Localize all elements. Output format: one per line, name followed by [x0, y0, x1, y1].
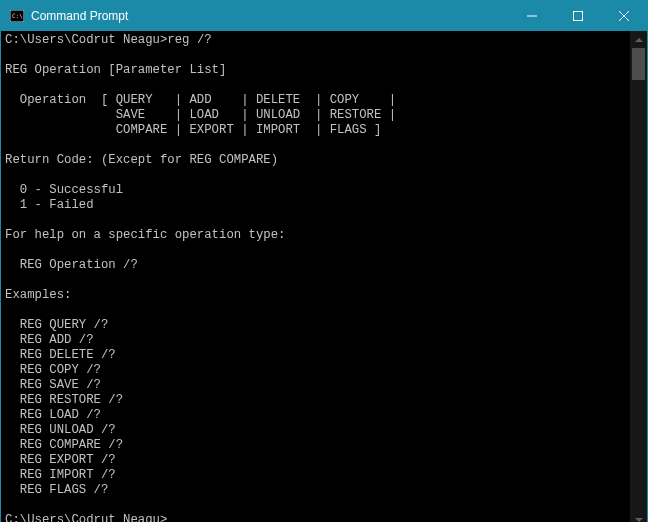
- output-line: REG IMPORT /?: [5, 468, 116, 482]
- output-line: Operation [ QUERY | ADD | DELETE | COPY …: [5, 93, 396, 107]
- terminal-output[interactable]: C:\Users\Codrut Neagu>reg /? REG Operati…: [1, 31, 630, 522]
- scrollbar-track[interactable]: [630, 48, 647, 511]
- vertical-scrollbar[interactable]: [630, 31, 647, 522]
- output-line: REG COMPARE /?: [5, 438, 123, 452]
- output-line: Return Code: (Except for REG COMPARE): [5, 153, 278, 167]
- output-line: REG FLAGS /?: [5, 483, 108, 497]
- output-line: SAVE | LOAD | UNLOAD | RESTORE |: [5, 108, 396, 122]
- command-prompt-window: C:\ Command Prompt C:\Users\Codrut Neagu…: [0, 0, 648, 522]
- output-line: Examples:: [5, 288, 71, 302]
- maximize-button[interactable]: [555, 1, 601, 31]
- scroll-up-button[interactable]: [630, 31, 647, 48]
- window-title: Command Prompt: [31, 9, 128, 23]
- svg-rect-3: [574, 12, 583, 21]
- output-line: REG COPY /?: [5, 363, 101, 377]
- output-line: REG QUERY /?: [5, 318, 108, 332]
- content-area: C:\Users\Codrut Neagu>reg /? REG Operati…: [1, 31, 647, 522]
- output-line: For help on a specific operation type:: [5, 228, 285, 242]
- command-text: reg /?: [167, 33, 211, 47]
- output-line: REG UNLOAD /?: [5, 423, 116, 437]
- scroll-down-button[interactable]: [630, 511, 647, 522]
- svg-marker-7: [635, 518, 643, 522]
- output-line: 1 - Failed: [5, 198, 94, 212]
- prompt: C:\Users\Codrut Neagu>: [5, 513, 167, 522]
- output-line: COMPARE | EXPORT | IMPORT | FLAGS ]: [5, 123, 381, 137]
- output-line: REG RESTORE /?: [5, 393, 123, 407]
- svg-marker-6: [635, 38, 643, 42]
- prompt: C:\Users\Codrut Neagu>: [5, 33, 167, 47]
- output-line: REG ADD /?: [5, 333, 94, 347]
- output-line: REG Operation [Parameter List]: [5, 63, 226, 77]
- output-line: REG DELETE /?: [5, 348, 116, 362]
- output-line: REG LOAD /?: [5, 408, 101, 422]
- cmd-icon: C:\: [9, 8, 25, 24]
- minimize-button[interactable]: [509, 1, 555, 31]
- svg-text:C:\: C:\: [12, 12, 23, 19]
- close-button[interactable]: [601, 1, 647, 31]
- output-line: REG EXPORT /?: [5, 453, 116, 467]
- scrollbar-thumb[interactable]: [632, 48, 645, 80]
- titlebar[interactable]: C:\ Command Prompt: [1, 1, 647, 31]
- output-line: 0 - Successful: [5, 183, 123, 197]
- output-line: REG Operation /?: [5, 258, 138, 272]
- output-line: REG SAVE /?: [5, 378, 101, 392]
